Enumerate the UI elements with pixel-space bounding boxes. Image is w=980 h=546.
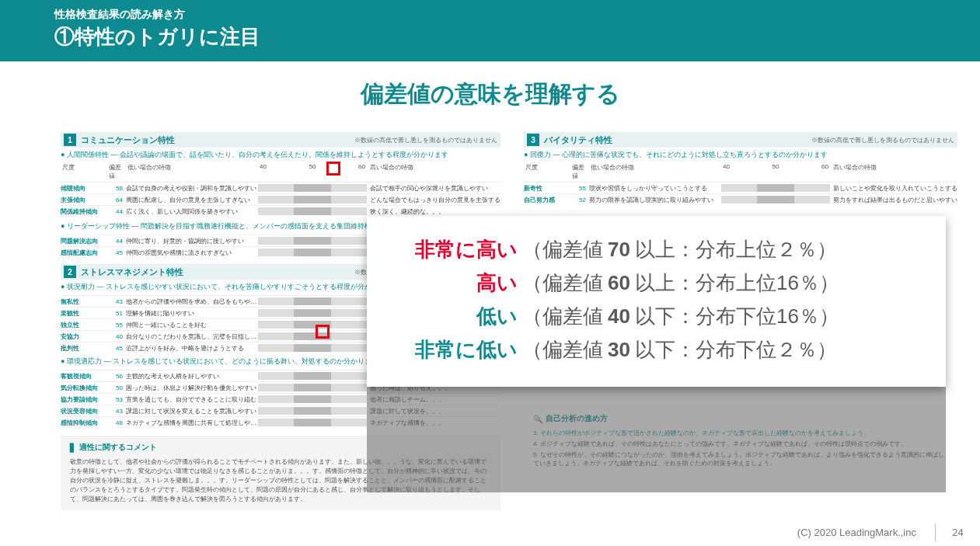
section-note: ※数値の高低で善し悪しを測るものではありません [354,136,497,144]
callout-line-high: 高い （偏差値60以上：分布上位16％） [385,270,927,297]
copyright: (C) 2020 LeadingMark.,inc [797,527,916,538]
slide-footer: (C) 2020 LeadingMark.,inc 24 [797,523,980,541]
table-header: 尺度 偏差値 低い場合の特徴 405060 高い場合の特徴 [524,163,957,180]
score-bar [258,344,367,352]
score-bar [258,332,367,340]
slide-header: 性格検査結果の読み解き方 ①特性のトガリに注目 [0,0,980,61]
section3-bar: 3 バイタリティ特性 ※数値の高低で善し悪しを測るものではありません [524,132,957,148]
table-row: 自己努力感52努力の限界を認識し現実的に取り組みやすい努力をすれば結果は出るもの… [524,193,957,205]
section3-sub: ● 回復力 ― 心理的に苦痛な状況でも、それにどのように対処し立ち直ろうとするの… [524,150,957,160]
section-num: 1 [64,134,76,146]
score-bar [258,395,367,403]
header-title: ①特性のトガリに注目 [54,23,926,50]
slide-title: 偏差値の意味を理解する [0,78,980,110]
red-highlight-box [326,162,340,176]
table-row: 傾聴傾向58会話で自身の考えや役割・調和を意識しやすい会話で相手の関心や深堀りを… [61,182,500,193]
deviation-callout: 非常に高い （偏差値70以上：分布上位２％） 高い （偏差値60以上：分布上位1… [367,216,946,387]
score-bar [258,407,367,415]
table-row: 新奇性55現状や習慣をしっかり守っていこうとする新しいことや変化を取り入れていこ… [524,182,957,193]
callout-tag: 高い [385,270,518,297]
score-bar [258,184,367,192]
score-bar [258,196,367,203]
callout-line-veryhigh: 非常に高い （偏差値70以上：分布上位２％） [385,236,927,263]
note-icon: ▋ [70,443,76,452]
score-bar [258,297,367,305]
score-bar [258,207,367,215]
section1-bar: 1 コミュニケーション特性 ※数値の高低で善し悪しを測るものではありません [61,132,500,148]
table-row: 主張傾向64周囲に配慮し、自分の意見を主張しすぎないどんな場合でもはっきり自分の… [61,193,500,205]
section-num: 3 [527,134,539,146]
red-highlight-box [316,325,330,339]
section1-sub: ● 人間関係特性 ― 会話や議論の場面で、話を聞いたり、自分の考えを伝えたり、関… [61,150,500,160]
score-bar [258,372,367,380]
callout-tag: 低い [385,303,518,330]
score-bar [258,321,367,329]
score-bar [721,184,830,192]
table-row: 関係維持傾向44広く浅く、新しい人間関係を築きやすい狭く深く、継続的な。。。 [61,205,500,217]
score-bar [258,419,367,426]
section-name: コミュニケーション特性 [81,134,175,146]
score-bar [258,237,367,245]
table-header: 尺度 偏差値 低い場合の特徴 405060 高い場合の特徴 [61,163,500,180]
score-bar [721,196,830,203]
page-number: 24 [935,523,980,541]
score-bar [258,384,367,391]
callout-line-verylow: 非常に低い （偏差値30以下：分布下位２％） [385,336,927,363]
score-bar [258,309,367,317]
section-note: ※数値の高低で善し悪しを測るものではありません [811,136,954,144]
callout-tag: 非常に高い [385,236,518,263]
section-name: バイタリティ特性 [544,134,612,146]
callout-line-low: 低い （偏差値40以下：分布下位16％） [385,303,927,330]
callout-tag: 非常に低い [385,336,518,363]
section-name: ストレスマネジメント特性 [81,266,183,278]
header-subtitle: 性格検査結果の読み解き方 [54,8,926,22]
section-num: 2 [64,266,76,278]
score-bar [258,249,367,256]
